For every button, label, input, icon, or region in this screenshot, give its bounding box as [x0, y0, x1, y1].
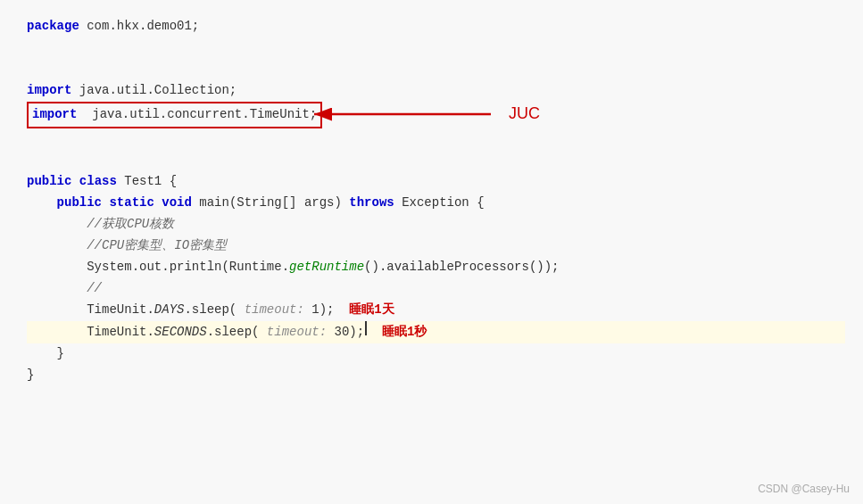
import-timeunit-box: import java.util.concurrent.TimeUnit; [27, 102, 322, 128]
code-line-15: TimeUnit.SECONDS.sleep( timeout: 30); 睡眠… [27, 321, 845, 343]
code-line-16: } [27, 343, 845, 365]
watermark: CSDN @Casey-Hu [758, 483, 850, 495]
code-line-12: System.out.println(Runtime.getRuntime().… [27, 257, 845, 278]
timeout-hint-1: timeout: [236, 300, 311, 321]
code-line-2 [27, 37, 845, 59]
keyword-import2: import [32, 107, 77, 121]
sleep-label-1: 睡眠1天 [349, 300, 394, 321]
timeunit-days: TimeUnit.DAYS.sleep( [87, 300, 236, 321]
timeout-hint-2: timeout: [259, 322, 334, 343]
keyword-public2: public [57, 193, 102, 214]
import-collection: java.util.Collection; [71, 80, 236, 102]
sysout: System.out.println(Runtime.getRuntime().… [87, 257, 559, 278]
indent4 [27, 257, 87, 278]
code-line-8: public class Test1 { [27, 171, 845, 193]
code-line-7 [27, 150, 845, 171]
indent5 [27, 278, 87, 300]
main-sig: main(String[] args) [192, 193, 349, 214]
code-line-10: //获取CPU核数 [27, 214, 845, 235]
indent2 [27, 214, 87, 235]
keyword-void: void [162, 193, 192, 214]
class-name: Test1 { [117, 171, 177, 193]
timeunit-seconds: TimeUnit.SECONDS.sleep( [87, 322, 259, 343]
space-sleep [367, 322, 382, 343]
indent1 [27, 193, 57, 214]
close-method: } [57, 343, 64, 365]
keyword-package: package [27, 16, 79, 37]
package-name: com.hkx.demo01; [79, 16, 199, 37]
indent7 [27, 322, 87, 343]
indent8 [27, 343, 57, 365]
timeout-val-1: 1); [311, 300, 349, 321]
code-line-14: TimeUnit.DAYS.sleep( timeout: 1); 睡眠1天 [27, 300, 845, 321]
keyword-import1: import [27, 80, 71, 102]
keyword-class: class [79, 171, 117, 193]
code-line-6 [27, 128, 845, 150]
keyword-throws: throws [349, 193, 394, 214]
code-line-9: public static void main(String[] args) t… [27, 193, 845, 214]
code-line-13: // [27, 278, 845, 300]
exception: Exception { [394, 193, 485, 214]
code-line-17: } [27, 365, 845, 386]
close-class: } [27, 365, 34, 386]
code-area: package com.hkx.demo01; import java.util… [0, 0, 863, 402]
keyword-static: static [109, 193, 154, 214]
indent3 [27, 235, 87, 257]
import-timeunit: java.util.concurrent.TimeUnit; [85, 107, 317, 121]
code-line-3 [27, 59, 845, 80]
code-line-11: //CPU密集型、IO密集型 [27, 235, 845, 257]
timeout-val-2: 30); [334, 322, 364, 343]
space3 [154, 193, 162, 214]
indent6 [27, 300, 87, 321]
space1 [71, 171, 79, 193]
comment-slash: // [87, 278, 102, 300]
sleep-label-2: 睡眠1秒 [382, 322, 427, 343]
code-line-1: package com.hkx.demo01; [27, 16, 845, 37]
keyword-public1: public [27, 171, 71, 193]
juc-annotation: JUC [509, 100, 540, 128]
comment-type: //CPU密集型、IO密集型 [87, 235, 227, 257]
code-line-5: import java.util.concurrent.TimeUnit; JU… [27, 102, 845, 128]
space2 [102, 193, 109, 214]
comment-cpu: //获取CPU核数 [87, 214, 174, 235]
